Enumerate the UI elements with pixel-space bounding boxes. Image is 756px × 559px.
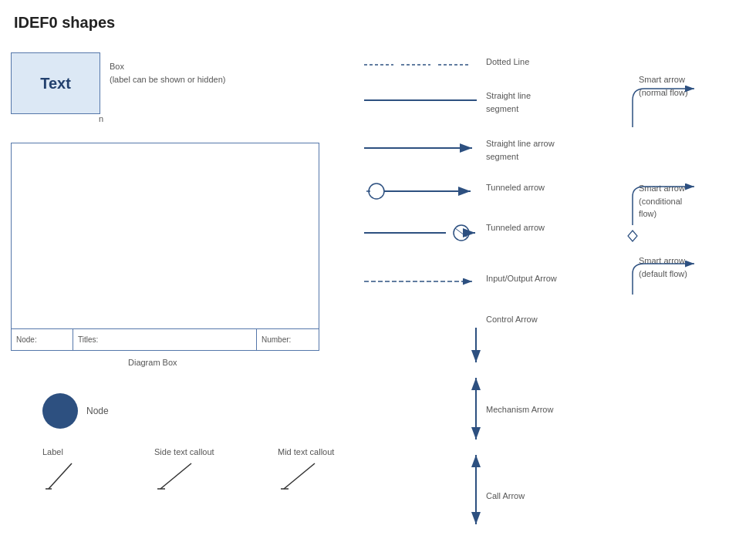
control-arrow-label: Control Arrow <box>486 315 538 324</box>
svg-line-4 <box>284 463 315 489</box>
box-desc-line1: Box <box>110 62 124 71</box>
box-n-label: n <box>99 114 103 123</box>
mechanism-arrow-label: Mechanism Arrow <box>486 405 553 414</box>
svg-marker-27 <box>628 231 637 241</box>
label-slash-icon <box>42 460 77 492</box>
io-arrow-label: Input/Output Arrow <box>486 274 557 283</box>
tunneled2-label: Tunneled arrow <box>486 223 545 232</box>
call-arrow-label: Call Arrow <box>486 491 525 500</box>
page-title: IDEF0 shapes <box>14 14 115 32</box>
mid-slash-icon <box>278 460 324 492</box>
svg-line-0 <box>49 463 72 489</box>
straight-line-text: Straight linesegment <box>486 91 531 113</box>
diagram-box-footer: Node: Titles: Number: <box>12 328 319 350</box>
diagram-box-number: Number: <box>257 329 319 350</box>
diagram-box-titles: Titles: <box>73 329 257 350</box>
box-desc: Box (label can be shown or hidden) <box>110 60 225 86</box>
svg-point-16 <box>369 184 384 199</box>
diagram-box-caption: Diagram Box <box>128 358 177 367</box>
side-callout-text: Side text callout <box>154 447 214 456</box>
tunneled1-label: Tunneled arrow <box>486 183 545 192</box>
dotted-line-label: Dotted Line <box>486 57 529 66</box>
smart-arrow-default-label: Smart arrow(default flow) <box>639 254 687 280</box>
label-callout: Label <box>42 447 77 494</box>
diagram-box: Node: Titles: Number: <box>11 143 319 351</box>
arrow-line-label: Straight line arrowsegment <box>486 137 555 163</box>
box-shape: Text <box>11 52 100 114</box>
diagram-box-node: Node: <box>12 329 73 350</box>
smart-arrow-normal-label: Smart arrow(normal flow) <box>639 73 688 99</box>
straight-line-label: Straight linesegment <box>486 89 531 115</box>
arrow-line-text: Straight line arrowsegment <box>486 139 555 161</box>
node-label: Node <box>86 406 109 416</box>
mid-callout-text: Mid text callout <box>278 447 334 456</box>
mid-callout: Mid text callout <box>278 447 334 494</box>
box-desc-line2: (label can be shown or hidden) <box>110 75 225 84</box>
smart-arrow-conditional-label: Smart arrow(conditionalflow) <box>639 182 685 221</box>
side-slash-icon <box>154 460 201 492</box>
side-callout: Side text callout <box>154 447 214 494</box>
svg-line-2 <box>160 463 191 489</box>
box-shape-label: Text <box>40 75 71 93</box>
label-callout-text: Label <box>42 447 77 456</box>
svg-line-22 <box>455 228 467 237</box>
svg-point-20 <box>454 225 469 241</box>
node-circle <box>42 393 78 429</box>
